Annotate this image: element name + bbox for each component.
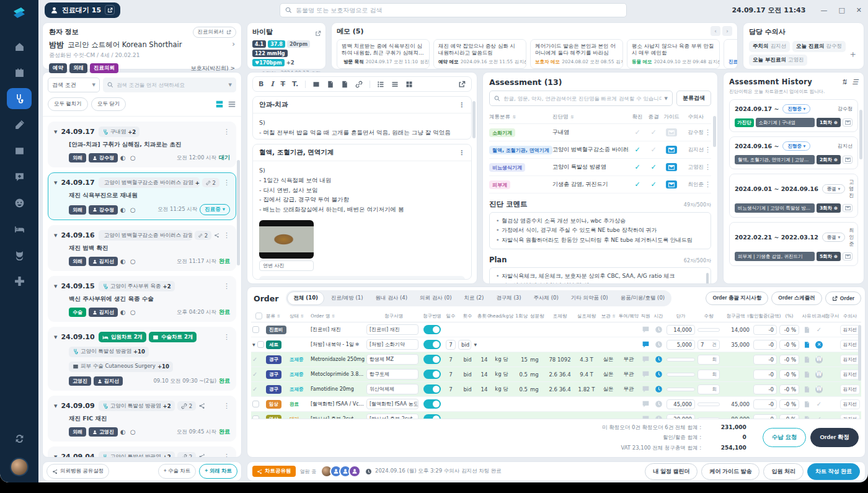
time-icon[interactable]: [655, 326, 663, 334]
unit-price-input[interactable]: 5,000: [666, 340, 695, 350]
row-menu-icon[interactable]: ⋮: [704, 180, 711, 189]
history-status-pill[interactable]: 진행중 ▾: [782, 104, 810, 113]
item-menu-icon[interactable]: ⋮: [223, 402, 230, 410]
chart-list-item[interactable]: ▼ 24.09.17 구내염+2 ⋮: [48, 122, 236, 167]
days-value[interactable]: 7: [449, 371, 452, 378]
complete-chart-button[interactable]: 차트 작성 완료: [807, 463, 860, 480]
order-tab[interactable]: 치료 (2): [458, 292, 489, 304]
payment-request-button[interactable]: 수납 요청: [763, 428, 807, 447]
chart-list-item[interactable]: ▼ 24.09.04 고양이 특발성 방광염+2 2 ⋮: [48, 446, 236, 457]
memo-next-button[interactable]: ›: [722, 26, 732, 36]
section-menu-icon[interactable]: ⋮: [458, 101, 465, 109]
item-menu-icon[interactable]: ⋮: [223, 128, 230, 136]
external-rx-icon[interactable]: W: [815, 371, 823, 378]
quantity-input[interactable]: 회: [698, 370, 720, 380]
order-name[interactable]: Famotidine 20mg✱: [311, 386, 366, 392]
visit-round-badge[interactable]: 3회차 ⊕: [817, 203, 841, 213]
scrollbar[interactable]: [706, 273, 709, 284]
memo-item[interactable]: 재진 예약 잡았으나 증상 심화 시 내원하시라고 말씀드림 예약 메모 202…: [433, 39, 526, 69]
memo-prev-button[interactable]: ‹: [711, 26, 720, 36]
history-card[interactable]: 2022.02.21 ~ 2022.03.12 종결 ▾ 최인준 피부계 | 기…: [729, 222, 858, 266]
attached-photo[interactable]: 연변 사진: [259, 220, 314, 271]
reason-doc-icon[interactable]: [804, 401, 810, 408]
sidebar-item-medical[interactable]: [7, 270, 32, 291]
order-scheduler-button[interactable]: Order 스케줄러: [771, 291, 822, 305]
referral-doc-button[interactable]: 진료의뢰서: [193, 27, 237, 38]
sidebar-item-home[interactable]: [7, 36, 32, 57]
guide-mail-icon[interactable]: [666, 163, 677, 171]
assessment-row[interactable]: 비뇨생식기계 고양이 특발성 방광염 ✓ ✓ 고영진 ⋮: [489, 159, 711, 176]
quantity-input[interactable]: [698, 328, 720, 332]
quantity-input[interactable]: 회: [698, 384, 720, 394]
external-rx-icon[interactable]: W: [815, 386, 823, 393]
sidebar-item-clients[interactable]: [7, 192, 32, 213]
image-icon[interactable]: [312, 81, 320, 88]
days-value[interactable]: 7: [449, 357, 452, 363]
reason-doc-icon[interactable]: [804, 386, 810, 393]
closed-check-icon[interactable]: ✓: [645, 180, 662, 189]
discount-input[interactable]: -0: [753, 399, 777, 409]
history-card[interactable]: 2024.09.01 ~ 2024.09.16 종결 ▾ 고영진 비뇨생식기계 …: [729, 174, 858, 218]
chart-list-item[interactable]: ▼ 24.09.16 고양이 범백혈구감소증 바이러스 감염+2 2 ⋮: [48, 225, 236, 271]
staff-icon[interactable]: [642, 385, 650, 393]
taxfree-check-icon[interactable]: ✓: [817, 415, 822, 419]
linked-charts-chip[interactable]: 2: [177, 452, 196, 457]
order-name[interactable]: Metronidazole 250mg✱: [311, 357, 366, 362]
bold-icon[interactable]: B: [259, 80, 264, 88]
exclude-icon[interactable]: ✕: [815, 341, 823, 349]
guide-mail-icon[interactable]: [666, 180, 677, 189]
time-icon[interactable]: [655, 340, 663, 349]
collapse-caret-icon[interactable]: ▼: [54, 180, 57, 185]
reason-doc-icon[interactable]: [804, 341, 810, 349]
patient-name-row[interactable]: 밤밤코리안 쇼트헤어 Korean Shorthair›: [49, 40, 235, 50]
time-icon[interactable]: [655, 385, 663, 393]
billing-name-input[interactable]: 항구토제: [366, 369, 418, 380]
quantity-input[interactable]: 7건: [698, 340, 720, 350]
guardian-link[interactable]: 보호자(박진희) >: [191, 64, 235, 73]
item-menu-icon[interactable]: ⋮: [223, 333, 230, 341]
sidebar-item-lab[interactable]: [7, 114, 32, 135]
chart-shared-badge[interactable]: 차트공유됨: [252, 466, 296, 477]
row-menu-icon[interactable]: ⋮: [704, 163, 711, 171]
scrollbar[interactable]: [237, 160, 240, 265]
order-row[interactable]: ▼ ✓ 경구 조제중 Famotidine 20mg✱ 위산억제제 7 bid▼: [251, 382, 861, 397]
memo-item[interactable]: 진료 메모 202: [724, 39, 738, 69]
billing-toggle[interactable]: [423, 414, 441, 419]
section-body[interactable]: S) - 며칠 전부터 밥을 먹을 때 고개를 흔들면서 먹음, 원래는 그냥 …: [253, 113, 471, 140]
add-surgery-chart-button[interactable]: + 수술 차트: [158, 464, 197, 479]
billing-toggle[interactable]: [423, 370, 441, 379]
card-view-icon[interactable]: [215, 100, 224, 109]
surgery-chart-chip[interactable]: 수술차트 2개: [149, 332, 197, 342]
time-icon[interactable]: [655, 415, 663, 419]
close-button[interactable]: ✕: [856, 6, 862, 14]
stool-photo-thumbnail[interactable]: [259, 220, 314, 259]
add-vet-button[interactable]: ＋: [848, 48, 857, 60]
attach-file-icon[interactable]: [341, 81, 348, 88]
assessment-row[interactable]: 혈액, 조혈기관, 면역기계 고양이 범백혈구감소증 바이러스 감염 ✓ ✓ 김…: [489, 141, 711, 159]
days-value[interactable]: 7: [446, 340, 455, 350]
order-tab[interactable]: 전체 (10): [287, 291, 324, 305]
row-checkbox[interactable]: [252, 415, 259, 419]
order-name[interactable]: [처방] 내복약 - 1일✱: [311, 341, 366, 348]
discount-input[interactable]: -0: [753, 384, 777, 394]
select-all-checkbox[interactable]: [255, 313, 262, 319]
order-tab[interactable]: 원내 검사 (4): [370, 292, 413, 304]
billing-toggle[interactable]: [423, 355, 441, 364]
order-tab[interactable]: 기타 의약품 (0): [565, 292, 614, 304]
closed-check-icon[interactable]: ✓: [645, 146, 662, 154]
confirmed-check-icon[interactable]: ✓: [629, 180, 645, 189]
frequency-value[interactable]: bid: [463, 371, 471, 378]
collapse-all-button[interactable]: 모두 닫기: [91, 97, 126, 111]
discount-input[interactable]: -0: [753, 370, 777, 380]
template-icon[interactable]: [327, 81, 334, 88]
row-checkbox[interactable]: [257, 341, 264, 348]
open-external-icon[interactable]: [458, 81, 466, 88]
photo-caption[interactable]: 연변 사진: [259, 260, 314, 271]
care-guide-send-button[interactable]: 케어 가이드 발송: [701, 463, 760, 480]
reason-doc-icon[interactable]: [804, 356, 810, 363]
billing-toggle[interactable]: [423, 384, 441, 394]
collapse-caret-icon[interactable]: ▼: [54, 130, 57, 135]
history-status-pill[interactable]: 진행중 ▾: [782, 141, 810, 151]
order-row[interactable]: ▼ ✓ 경구 조제중 Metronidazole 250mg✱ 항생제 MZ 7…: [251, 352, 861, 367]
external-rx-icon[interactable]: W: [815, 356, 823, 363]
